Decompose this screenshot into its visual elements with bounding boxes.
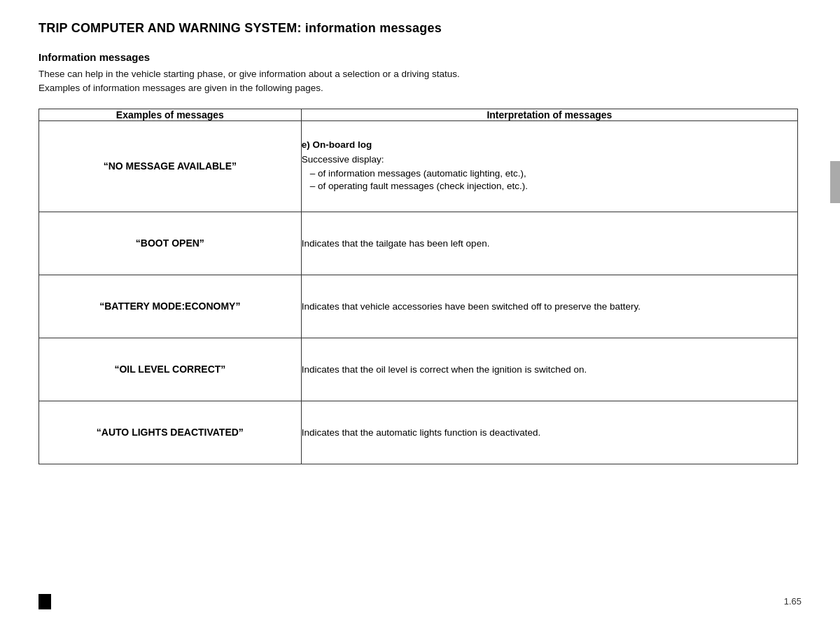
interp-battery-mode: Indicates that vehicle accessories have … (301, 275, 797, 338)
interp-auto-lights: Indicates that the automatic lights func… (301, 401, 797, 464)
interp-boot-open: Indicates that the tailgate has been lef… (301, 212, 797, 275)
table-row: “BOOT OPEN” Indicates that the tailgate … (39, 212, 798, 275)
example-oil-level: “OIL LEVEL CORRECT” (39, 338, 302, 401)
page-title: TRIP COMPUTER AND WARNING SYSTEM: inform… (38, 21, 802, 36)
interp-sub: Successive display: (302, 154, 797, 165)
interp-list: of information messages (automatic light… (302, 168, 797, 191)
section-title: Information messages (38, 51, 802, 63)
section-header: Information messages These can help in t… (38, 51, 802, 96)
page-number: 1.65 (784, 596, 802, 607)
table-row: “NO MESSAGE AVAILABLE” e) On-board log S… (39, 120, 798, 212)
list-item: of operating fault messages (check injec… (310, 181, 797, 191)
table-header-row: Examples of messages Interpretation of m… (39, 109, 798, 120)
example-no-message: “NO MESSAGE AVAILABLE” (39, 120, 302, 212)
side-tab (830, 161, 840, 203)
example-auto-lights: “AUTO LIGHTS DEACTIVATED” (39, 401, 302, 464)
header-examples: Examples of messages (39, 109, 302, 120)
interp-title: e) On-board log (302, 139, 797, 150)
example-boot-open: “BOOT OPEN” (39, 212, 302, 275)
page-container: TRIP COMPUTER AND WARNING SYSTEM: inform… (0, 0, 840, 622)
list-item: of information messages (automatic light… (310, 168, 797, 179)
header-interpretation: Interpretation of messages (301, 109, 797, 120)
bottom-bar (38, 594, 51, 609)
example-battery-mode: “BATTERY MODE:ECONOMY” (39, 275, 302, 338)
intro-text: These can help in the vehicle starting p… (38, 67, 802, 96)
interp-oil-level: Indicates that the oil level is correct … (301, 338, 797, 401)
intro-line1: These can help in the vehicle starting p… (38, 69, 460, 79)
table-row: “AUTO LIGHTS DEACTIVATED” Indicates that… (39, 401, 798, 464)
interp-onboard-log: e) On-board log Successive display: of i… (301, 120, 797, 212)
table-row: “BATTERY MODE:ECONOMY” Indicates that ve… (39, 275, 798, 338)
info-table: Examples of messages Interpretation of m… (38, 109, 798, 464)
table-row: “OIL LEVEL CORRECT” Indicates that the o… (39, 338, 798, 401)
intro-line2: Examples of information messages are giv… (38, 83, 323, 93)
